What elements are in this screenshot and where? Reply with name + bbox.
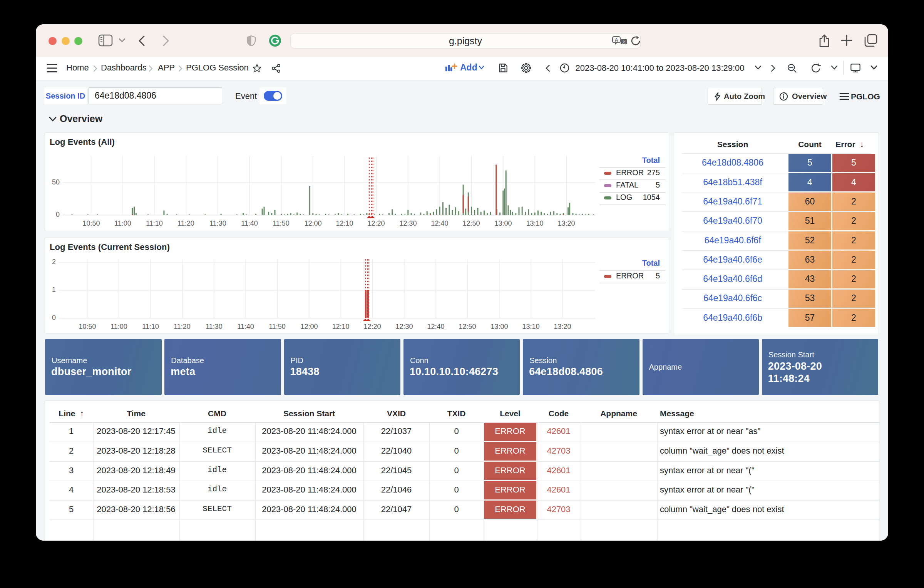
svg-text:文: 文 bbox=[622, 40, 626, 44]
svg-text:A: A bbox=[615, 37, 618, 43]
